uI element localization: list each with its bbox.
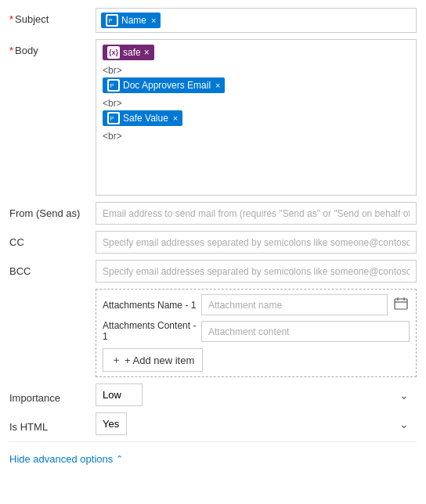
attach-name-row: Attachments Name - 1 — [103, 294, 410, 315]
body-label: *Body — [9, 39, 96, 56]
ishtml-row: Is HTML Yes No ⌄ — [9, 412, 417, 435]
body-br-3: <br> — [103, 129, 410, 143]
ishtml-select[interactable]: Yes No — [96, 412, 127, 435]
divider — [9, 441, 417, 442]
add-item-label: + Add new item — [125, 355, 194, 366]
attachments-box: Attachments Name - 1 Attachments Content… — [96, 289, 417, 377]
ishtml-arrow-icon: ⌄ — [399, 418, 409, 430]
from-row: From (Send as) — [9, 202, 417, 225]
calendar-icon[interactable] — [392, 295, 410, 315]
attachments-label — [9, 289, 96, 294]
safe-token-close[interactable]: × — [144, 47, 150, 58]
cc-input-wrapper — [96, 231, 417, 254]
subject-token-text: Name — [121, 15, 146, 26]
subject-input-wrapper: P Name × — [96, 8, 417, 33]
connector-icon: P — [106, 14, 118, 27]
hide-advanced-label: Hide advanced options — [9, 453, 113, 465]
subject-name-token[interactable]: P Name × — [101, 13, 161, 28]
importance-select[interactable]: Low Normal High — [96, 383, 143, 406]
subject-label: *Subject — [9, 8, 96, 25]
ishtml-dropdown-wrapper: Yes No ⌄ — [96, 412, 417, 435]
subject-token-close[interactable]: × — [151, 16, 156, 25]
subject-box[interactable]: P Name × — [96, 8, 417, 33]
svg-text:P: P — [109, 17, 113, 24]
importance-arrow-icon: ⌄ — [399, 389, 409, 401]
cc-input[interactable] — [96, 231, 417, 254]
attachments-row: Attachments Name - 1 Attachments Content… — [9, 289, 417, 377]
doc-approvers-token-close[interactable]: × — [215, 81, 220, 90]
body-box[interactable]: {x} safe × <br> P — [96, 39, 417, 196]
connector-icon-3: P — [107, 112, 120, 124]
bcc-label: BCC — [9, 260, 96, 277]
from-input-wrapper — [96, 202, 417, 225]
body-safe-token[interactable]: {x} safe × — [103, 45, 154, 60]
attach-name-input[interactable] — [201, 294, 388, 315]
bcc-input-wrapper — [96, 260, 417, 283]
connector-icon-2: P — [107, 79, 120, 92]
svg-text:P: P — [110, 82, 114, 89]
attach-content-input[interactable] — [201, 321, 410, 342]
safe-value-token-close[interactable]: × — [173, 114, 178, 123]
chevron-up-icon: ⌃ — [116, 454, 123, 464]
cc-label: CC — [9, 231, 96, 248]
attachments-wrapper: Attachments Name - 1 Attachments Content… — [96, 289, 417, 377]
attach-content-row: Attachments Content - 1 — [103, 320, 410, 342]
email-form: *Subject P Name × *Body — [0, 0, 426, 477]
body-doc-approvers-token[interactable]: P Doc Approvers Email × — [103, 77, 225, 93]
bcc-row: BCC — [9, 260, 417, 283]
body-input-wrapper: {x} safe × <br> P — [96, 39, 417, 196]
attach-name-label: Attachments Name - 1 — [103, 300, 197, 311]
importance-dropdown-wrapper: Low Normal High ⌄ — [96, 383, 417, 406]
subject-row: *Subject P Name × — [9, 8, 417, 33]
hide-advanced-button[interactable]: Hide advanced options ⌃ — [9, 448, 417, 470]
svg-rect-6 — [395, 299, 407, 309]
attach-content-label: Attachments Content - 1 — [103, 320, 197, 342]
cc-row: CC — [9, 231, 417, 254]
body-line-2: P Doc Approvers Email × — [103, 77, 410, 93]
body-row: *Body {x} safe × <br> — [9, 39, 417, 196]
ishtml-label: Is HTML — [9, 416, 96, 433]
importance-row: Importance Low Normal High ⌄ — [9, 383, 417, 406]
expr-icon: {x} — [107, 46, 120, 59]
from-label: From (Send as) — [9, 202, 96, 219]
add-item-button[interactable]: ＋ + Add new item — [103, 348, 203, 372]
from-input[interactable] — [96, 202, 417, 225]
body-line-1: {x} safe × — [103, 45, 410, 60]
body-line-3: P Safe Value × — [103, 110, 410, 126]
body-safe-value-token[interactable]: P Safe Value × — [103, 110, 182, 126]
add-item-icon: ＋ — [111, 353, 121, 367]
body-br-1: <br> — [103, 63, 410, 77]
body-br-2: <br> — [103, 96, 410, 110]
svg-text:P: P — [110, 115, 114, 122]
bcc-input[interactable] — [96, 260, 417, 283]
importance-label: Importance — [9, 387, 96, 404]
